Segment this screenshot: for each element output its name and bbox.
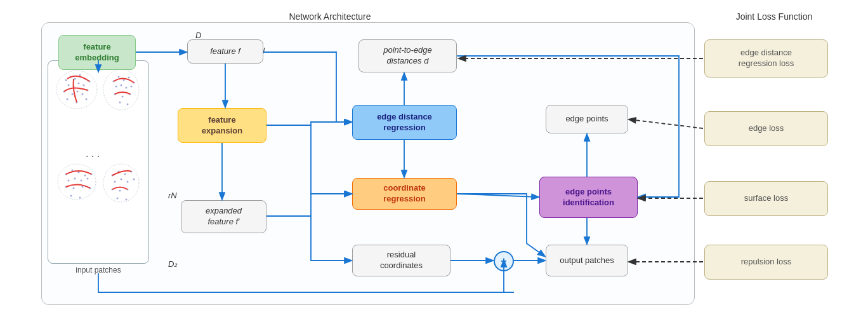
feature-f-box: feature f [187, 39, 263, 64]
input-patches-label: input patches [48, 266, 149, 275]
surface-loss-box: surface loss [704, 181, 828, 216]
svg-point-13 [77, 91, 79, 93]
svg-text:· · ·: · · · [86, 151, 100, 161]
svg-point-18 [86, 98, 88, 100]
input-patches-box: · · · [48, 60, 149, 264]
network-section-label: Network Architecture [209, 11, 450, 22]
svg-point-7 [68, 85, 70, 86]
svg-point-28 [131, 86, 133, 88]
svg-point-58 [133, 179, 135, 180]
residual-coordinates-box: residual coordinates [352, 245, 450, 276]
feature-embedding-box: feature embedding [58, 35, 136, 70]
feature-expansion-box: feature expansion [178, 108, 266, 143]
edge-points-box: edge points [546, 105, 628, 133]
svg-point-55 [114, 181, 116, 183]
d2-label: D₂ [168, 259, 177, 269]
svg-point-62 [117, 198, 119, 200]
svg-point-50 [103, 164, 139, 202]
plus-circle: + [494, 251, 514, 271]
svg-point-21 [118, 76, 120, 78]
svg-point-12 [72, 93, 74, 95]
svg-point-1 [65, 79, 67, 81]
edge-points-identification-box: edge points identification [539, 177, 638, 218]
svg-point-33 [127, 104, 129, 105]
loss-section-label: Joint Loss Function [698, 11, 850, 22]
svg-point-57 [127, 181, 129, 183]
svg-point-40 [68, 180, 70, 182]
expanded-feature-box: expanded feature f′ [181, 200, 266, 233]
svg-point-63 [126, 199, 128, 201]
svg-point-46 [82, 186, 84, 188]
svg-point-10 [83, 85, 85, 86]
svg-point-27 [126, 87, 128, 89]
svg-point-26 [121, 85, 122, 86]
svg-point-3 [74, 78, 76, 80]
output-patches-box: output patches [546, 245, 628, 276]
svg-point-22 [123, 79, 125, 81]
rn-label: rN [168, 191, 177, 200]
d-label: D [195, 31, 201, 40]
svg-point-38 [84, 175, 86, 177]
svg-point-25 [115, 86, 117, 88]
edge-loss-box: edge loss [704, 111, 828, 146]
svg-point-4 [79, 74, 81, 76]
svg-point-60 [119, 190, 121, 192]
svg-point-14 [82, 93, 84, 95]
svg-point-43 [87, 178, 89, 180]
svg-point-9 [78, 83, 80, 85]
point-to-edge-box: point-to-edge distances d [358, 39, 457, 72]
svg-point-45 [73, 187, 75, 189]
svg-point-23 [128, 77, 130, 79]
svg-point-19 [103, 69, 139, 110]
svg-point-53 [124, 173, 126, 175]
diagram-container: Network Architecture Joint Loss Function [6, 6, 862, 311]
svg-point-49 [79, 197, 81, 199]
svg-point-56 [121, 179, 122, 180]
edge-distance-regression-loss-box: edge distance regression loss [704, 39, 828, 78]
edge-distance-regression-box: edge distance regression [352, 105, 457, 140]
svg-point-16 [67, 98, 69, 100]
coordinate-regression-box: coordinate regression [352, 178, 457, 210]
repulsion-loss-box: repulsion loss [704, 245, 828, 280]
svg-point-30 [122, 96, 124, 98]
svg-point-41 [74, 178, 76, 180]
svg-point-48 [70, 195, 72, 197]
svg-point-34 [58, 164, 96, 200]
svg-point-32 [119, 102, 121, 104]
svg-point-42 [81, 180, 82, 182]
